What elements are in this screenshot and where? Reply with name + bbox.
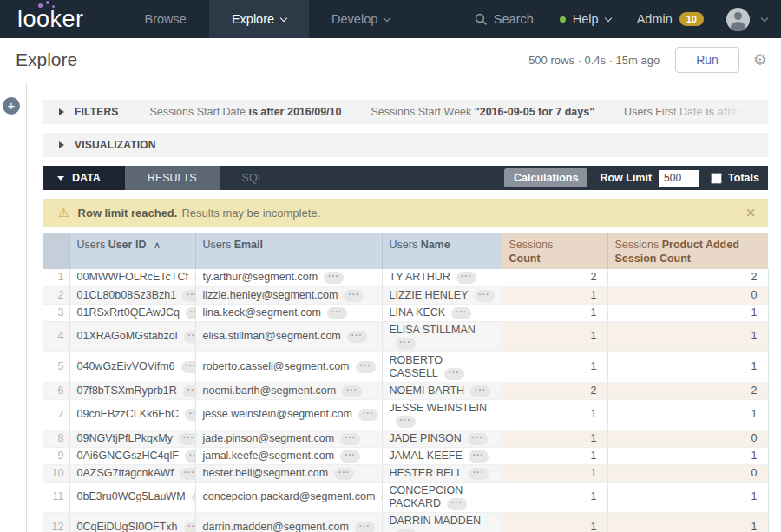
product-added-count-cell[interactable]: 1 (607, 447, 768, 464)
user-id-cell[interactable]: 00MWWFOLRcETcTCf (69, 269, 195, 286)
sessions-count-cell[interactable]: 1 (502, 464, 607, 482)
product-added-count-cell[interactable]: 0 (607, 464, 768, 482)
name-cell[interactable]: JAMAL KEEFE (382, 447, 502, 464)
name-cell[interactable]: LINA KECK (382, 304, 502, 321)
user-menu[interactable] (726, 8, 767, 31)
looker-logo[interactable]: looker (17, 0, 91, 38)
product-added-count-cell[interactable]: 2 (607, 269, 768, 286)
cell-menu-icon[interactable] (396, 416, 416, 428)
email-cell[interactable]: jesse.weinstein@segment.com (195, 399, 382, 430)
name-cell[interactable]: JESSE WEINSTEIN (382, 399, 502, 430)
product-added-count-cell[interactable]: 2 (607, 382, 768, 399)
cell-menu-icon[interactable] (180, 468, 195, 480)
user-id-cell[interactable]: 0CqEiDUgSI0OFTxh (69, 512, 195, 532)
tab-sql[interactable]: SQL (220, 166, 286, 190)
email-cell[interactable]: hester.bell@segment.com (195, 464, 382, 482)
run-button[interactable]: Run (675, 47, 739, 73)
cell-menu-icon[interactable] (456, 272, 476, 284)
sessions-count-cell[interactable]: 1 (502, 286, 607, 304)
cell-menu-icon[interactable] (396, 338, 416, 350)
name-cell[interactable]: HESTER BELL (382, 464, 502, 482)
cell-menu-icon[interactable] (179, 433, 195, 445)
cell-menu-icon[interactable] (469, 468, 489, 480)
cell-menu-icon[interactable] (451, 307, 471, 319)
email-cell[interactable]: elisa.stillman@segment.com (195, 321, 382, 351)
cell-menu-icon[interactable] (444, 368, 464, 380)
sessions-count-cell[interactable]: 1 (502, 351, 607, 382)
name-cell[interactable]: JADE PINSON (382, 430, 502, 447)
close-icon[interactable]: × (745, 204, 756, 221)
cell-menu-icon[interactable] (340, 450, 360, 463)
name-cell[interactable]: CONCEPCION PACKARD (382, 482, 502, 512)
email-cell[interactable]: lizzie.henley@segment.com (195, 286, 382, 304)
user-id-cell[interactable]: 01XRAGoMGstabzol (69, 321, 195, 351)
user-id-cell[interactable]: 07f8bTSXmRyprb1R (69, 382, 195, 399)
name-cell[interactable]: NOEMI BARTH (382, 382, 502, 399)
totals-checkbox[interactable] (711, 173, 722, 184)
cell-menu-icon[interactable] (358, 409, 378, 421)
cell-menu-icon[interactable] (324, 272, 344, 284)
email-cell[interactable]: jamal.keefe@segment.com (195, 447, 382, 464)
cell-menu-icon[interactable] (475, 290, 495, 302)
name-cell[interactable]: ELISA STILLMAN (382, 321, 502, 351)
cell-menu-icon[interactable] (182, 290, 195, 302)
search-button[interactable]: Search (475, 12, 534, 26)
cell-menu-icon[interactable] (468, 433, 488, 445)
sessions-count-cell[interactable]: 1 (502, 321, 607, 351)
cell-menu-icon[interactable] (334, 468, 354, 480)
email-cell[interactable]: noemi.barth@segment.com (195, 382, 382, 399)
tab-results[interactable]: RESULTS (125, 166, 220, 190)
product-added-count-cell[interactable]: 1 (607, 321, 768, 351)
user-id-cell[interactable]: 040wGzEivVOVifm6 (69, 351, 195, 382)
sessions-count-cell[interactable]: 1 (502, 304, 607, 321)
user-id-cell[interactable]: 0AZSG7ttagcnkAWf (69, 464, 195, 482)
name-cell[interactable]: LIZZIE HENLEY (382, 286, 502, 304)
visualization-bar[interactable]: VISUALIZATION (43, 133, 768, 157)
cell-menu-icon[interactable] (470, 385, 490, 397)
product-added-count-cell[interactable]: 1 (607, 512, 768, 532)
product-added-count-cell[interactable]: 0 (607, 430, 768, 447)
sessions-count-cell[interactable]: 2 (502, 382, 607, 399)
user-id-cell[interactable]: 01CL80b08Sz3Bzh1 (69, 286, 195, 304)
email-cell[interactable]: ty.arthur@segment.com (195, 269, 382, 286)
product-added-count-cell[interactable]: 1 (607, 399, 768, 430)
cell-menu-icon[interactable] (192, 491, 195, 503)
product-added-count-cell[interactable]: 1 (607, 351, 768, 382)
cell-menu-icon[interactable] (396, 529, 416, 532)
user-id-cell[interactable]: 09cnEBzzCLKk6FbC (69, 399, 195, 430)
sessions-count-cell[interactable]: 1 (502, 512, 607, 532)
cell-menu-icon[interactable] (181, 361, 195, 373)
user-id-cell[interactable]: 0Ai6GNCGszHC4qlF (69, 447, 195, 464)
cell-menu-icon[interactable] (340, 433, 360, 445)
user-id-cell[interactable]: 0bE3ru0WCg5LauWM (69, 482, 195, 512)
cell-menu-icon[interactable] (344, 290, 364, 302)
product-added-count-cell[interactable]: 1 (607, 304, 768, 321)
cell-menu-icon[interactable] (347, 331, 367, 343)
cell-menu-icon[interactable] (184, 522, 195, 532)
user-id-cell[interactable]: 01RSxRrt0QEAwJCq (69, 304, 195, 321)
email-cell[interactable]: darrin.madden@segment.com (195, 512, 382, 532)
email-cell[interactable]: lina.keck@segment.com (195, 304, 382, 321)
cell-menu-icon[interactable] (327, 307, 347, 319)
column-header-sessions-count[interactable]: Sessions Count (502, 233, 607, 269)
email-cell[interactable]: roberto.cassell@segment.com (195, 351, 382, 382)
column-header-email[interactable]: Users Email (195, 233, 382, 269)
cell-menu-icon[interactable] (183, 385, 195, 397)
column-header-user-id[interactable]: Users User ID ∧ (69, 233, 195, 269)
cell-menu-icon[interactable] (356, 361, 376, 373)
gear-icon[interactable]: ⚙ (753, 52, 767, 68)
nav-item-develop[interactable]: Develop (309, 0, 412, 38)
sessions-count-cell[interactable]: 1 (502, 482, 607, 512)
sessions-count-cell[interactable]: 1 (502, 430, 607, 447)
nav-item-browse[interactable]: Browse (122, 0, 209, 38)
name-cell[interactable]: TY ARTHUR (382, 269, 502, 286)
sessions-count-cell[interactable]: 2 (502, 269, 607, 286)
user-id-cell[interactable]: 09NGVtjPfLPkqxMy (69, 430, 195, 447)
product-added-count-cell[interactable]: 0 (607, 286, 768, 304)
nav-item-explore[interactable]: Explore (209, 0, 309, 38)
admin-menu[interactable]: Admin 10 (637, 12, 704, 26)
name-cell[interactable]: DARRIN MADDEN (382, 512, 502, 532)
email-cell[interactable]: concepcion.packard@segment.com (195, 482, 382, 512)
cell-menu-icon[interactable] (355, 522, 375, 532)
sessions-count-cell[interactable]: 1 (502, 447, 607, 464)
